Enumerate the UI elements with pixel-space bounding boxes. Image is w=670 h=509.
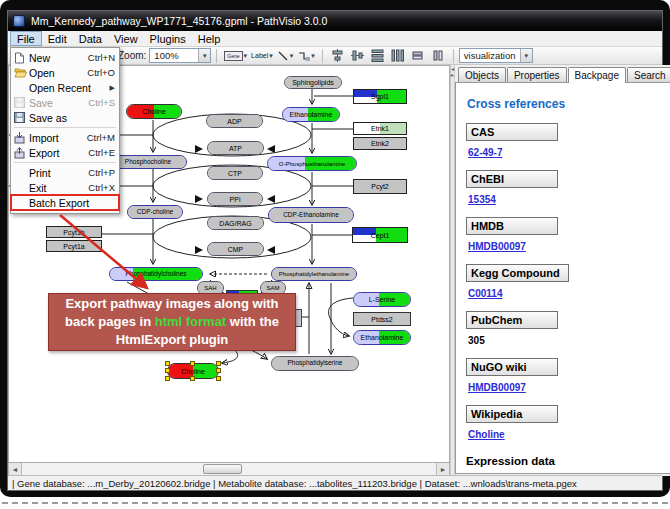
pathway-node-choline-selected[interactable]: Choline bbox=[167, 363, 219, 379]
node-label: Ptdss2 bbox=[371, 316, 392, 323]
xref-value-hmdb[interactable]: HMDB00097 bbox=[468, 241, 670, 252]
distribute-columns-button[interactable] bbox=[389, 48, 407, 64]
node-label: Sphingolipids bbox=[292, 79, 334, 86]
selection-handle[interactable] bbox=[165, 361, 170, 366]
common-height-button[interactable] bbox=[429, 48, 447, 64]
align-center-horizontal-button[interactable] bbox=[329, 48, 347, 64]
titlebar[interactable]: Mm_Kennedy_pathway_WP1771_45176.gpml - P… bbox=[8, 11, 662, 31]
menubar-item-edit[interactable]: Edit bbox=[42, 31, 73, 46]
align-center-vertical-button[interactable] bbox=[349, 48, 367, 64]
menu-item-label: Open Recent bbox=[29, 82, 101, 94]
common-height-icon bbox=[432, 49, 444, 62]
pathway-node-ptdss2[interactable]: Ptdss2 bbox=[353, 312, 411, 326]
pathway-node-dag-rag[interactable]: DAG/RAG bbox=[207, 216, 264, 230]
distribute-rows-button[interactable] bbox=[369, 48, 387, 64]
connector-tool[interactable]: ▾ bbox=[296, 48, 316, 64]
tab-properties[interactable]: Properties bbox=[507, 67, 567, 82]
common-width-button[interactable] bbox=[409, 48, 427, 64]
node-label: SAH bbox=[204, 285, 216, 291]
xref-value-nugo-wiki[interactable]: HMDB00097 bbox=[468, 382, 670, 393]
import-icon bbox=[14, 132, 29, 144]
chevron-down-icon[interactable]: ▾ bbox=[269, 52, 273, 60]
tab-objects[interactable]: Objects bbox=[458, 67, 506, 82]
scroll-left-icon[interactable]: ◄ bbox=[9, 463, 22, 475]
pathway-node-o-phosphoethanolamine[interactable]: O-Phosphoethanolamine bbox=[267, 156, 357, 171]
line-tool[interactable]: ▾ bbox=[276, 48, 295, 64]
pathway-node-ethanolamine-top[interactable]: Ethanolamine bbox=[282, 107, 340, 122]
xref-value-chebi[interactable]: 15354 bbox=[468, 194, 670, 205]
file-menu-item-open-recent[interactable]: Open Recent▶ bbox=[11, 80, 119, 95]
pathway-node-etnk1[interactable]: Etnk1 bbox=[353, 122, 407, 135]
pathway-node-ethanolamine-bottom[interactable]: Ethanolamine bbox=[353, 330, 411, 345]
scroll-right-icon[interactable]: ► bbox=[436, 463, 449, 475]
node-label: Cept1 bbox=[371, 232, 390, 239]
visualization-combobox[interactable]: visualization ▾ bbox=[459, 48, 533, 63]
scrollbar-thumb[interactable] bbox=[203, 464, 243, 474]
distribute-columns-icon bbox=[391, 49, 404, 62]
pathway-node-sphingolipids[interactable]: Sphingolipids bbox=[284, 76, 342, 89]
pathway-node-phosphatidylcholines[interactable]: Phosphatidylcholines bbox=[109, 267, 203, 281]
chevron-down-icon[interactable]: ▾ bbox=[520, 49, 532, 62]
pathway-node-cept1[interactable]: Cept1 bbox=[352, 227, 408, 243]
pathway-node-adp[interactable]: ADP bbox=[206, 114, 263, 128]
chevron-down-icon[interactable]: ▾ bbox=[244, 52, 248, 60]
file-menu-item-batch-export[interactable]: Batch Export bbox=[11, 195, 119, 210]
selection-handle[interactable] bbox=[190, 376, 195, 381]
menubar-item-plugins[interactable]: Plugins bbox=[144, 31, 192, 46]
node-label: Phosphatidylserine bbox=[288, 360, 343, 367]
pathway-node-phosphatidylserine[interactable]: Phosphatidylserine bbox=[271, 356, 359, 371]
bottom-dashed-line bbox=[2, 502, 668, 504]
selection-handle[interactable] bbox=[165, 376, 170, 381]
xref-value-kegg-compound[interactable]: C00114 bbox=[468, 288, 670, 299]
file-menu-item-open[interactable]: OpenCtrl+O bbox=[11, 65, 119, 80]
pathway-node-l-serine[interactable]: L-Serine bbox=[353, 292, 411, 307]
selection-handle[interactable] bbox=[165, 368, 170, 373]
pathway-node-choline-top[interactable]: Choline bbox=[126, 104, 182, 119]
node-label: Etnk1 bbox=[371, 125, 389, 132]
menu-item-label: Open bbox=[29, 67, 81, 79]
menubar-item-file[interactable]: File bbox=[10, 31, 42, 46]
pathway-node-ctp[interactable]: CTP bbox=[207, 166, 263, 180]
connector-icon bbox=[297, 50, 310, 62]
file-menu-item-save[interactable]: SaveCtrl+S bbox=[11, 95, 119, 110]
zoom-combobox[interactable]: 100% ▾ bbox=[149, 48, 211, 63]
node-label: CDP-Ethanolamine bbox=[283, 212, 339, 219]
menubar-item-help[interactable]: Help bbox=[192, 31, 227, 46]
label-tool[interactable]: Label ▾ bbox=[250, 48, 274, 64]
selection-handle[interactable] bbox=[216, 368, 221, 373]
menubar-item-data[interactable]: Data bbox=[73, 31, 108, 46]
pathway-node-sgpl1[interactable]: Sgpl1 bbox=[353, 89, 407, 104]
pathway-node-phosphocholine[interactable]: Phosphocholine bbox=[109, 155, 187, 169]
pathway-node-cdp-choline[interactable]: CDP-choline bbox=[127, 205, 183, 219]
toolbar-separator bbox=[322, 49, 323, 63]
chevron-down-icon[interactable]: ▾ bbox=[311, 52, 315, 60]
gene-datanode-tool[interactable]: Gene ▾ bbox=[223, 48, 248, 64]
collapse-right-icon[interactable]: ▸ bbox=[451, 73, 454, 78]
menubar-item-view[interactable]: View bbox=[108, 31, 144, 46]
chevron-down-icon[interactable]: ▾ bbox=[290, 52, 294, 60]
pathway-node-cmp[interactable]: CMP bbox=[207, 242, 264, 256]
tab-search[interactable]: Search bbox=[627, 67, 670, 82]
pathway-node-pcyt2[interactable]: Pcyt2 bbox=[353, 179, 407, 194]
file-menu-item-import[interactable]: ImportCtrl+M bbox=[11, 130, 119, 145]
selection-handle[interactable] bbox=[216, 376, 221, 381]
selection-handle[interactable] bbox=[190, 361, 195, 366]
file-menu-item-print[interactable]: PrintCtrl+P bbox=[11, 165, 119, 180]
file-menu-item-exit[interactable]: ExitCtrl+X bbox=[11, 180, 119, 195]
tab-backpage[interactable]: Backpage bbox=[568, 67, 626, 83]
pathway-node-pcyt1b[interactable]: Pcyt1b bbox=[46, 226, 102, 238]
file-menu-item-new[interactable]: NewCtrl+N bbox=[11, 50, 119, 65]
xref-value-wikipedia[interactable]: Choline bbox=[468, 429, 670, 440]
pathway-node-cdp-ethanolamine[interactable]: CDP-Ethanolamine bbox=[268, 207, 354, 223]
selection-handle[interactable] bbox=[216, 361, 221, 366]
pathway-node-ppi[interactable]: PPi bbox=[207, 192, 263, 206]
xref-value-cas[interactable]: 62-49-7 bbox=[468, 147, 670, 158]
menu-item-label: Import bbox=[29, 132, 81, 144]
pathway-node-pcyt1a[interactable]: Pcyt1a bbox=[46, 240, 102, 252]
file-menu-item-save-as[interactable]: Save as bbox=[11, 110, 119, 125]
pathway-node-phosphatidylethanolamine[interactable]: Phosphatidylethanolamine bbox=[271, 267, 357, 281]
pathway-node-etnk2[interactable]: Etnk2 bbox=[353, 137, 407, 150]
pathway-node-atp[interactable]: ATP bbox=[207, 141, 264, 155]
file-menu-item-export[interactable]: ExportCtrl+E bbox=[11, 145, 119, 160]
chevron-down-icon[interactable]: ▾ bbox=[198, 49, 210, 62]
